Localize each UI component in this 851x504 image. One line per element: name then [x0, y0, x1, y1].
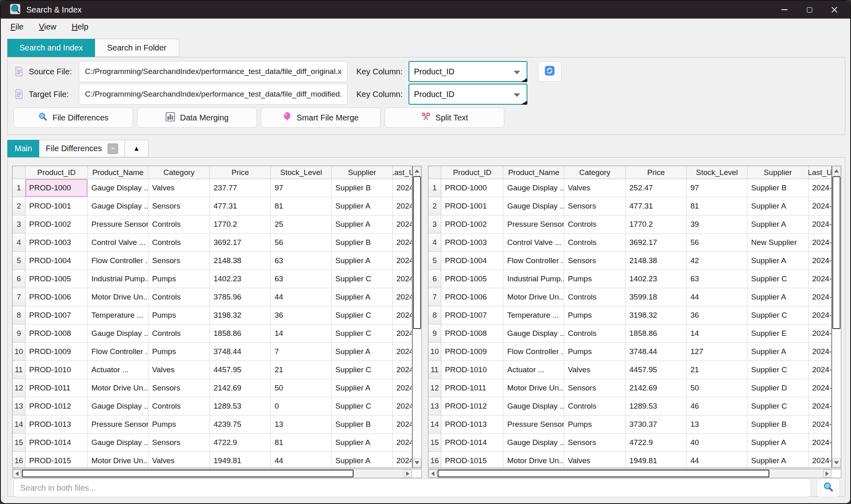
table-cell[interactable]: PROD-1010: [25, 361, 88, 379]
row-number[interactable]: 14: [428, 415, 441, 434]
split-text-button[interactable]: Split Text: [385, 108, 504, 128]
search-button[interactable]: [817, 479, 840, 497]
table-cell[interactable]: Supplier A: [332, 215, 393, 234]
table-cell[interactable]: 2024-11: [809, 179, 832, 197]
table-cell[interactable]: 3692.17: [626, 234, 687, 252]
row-number[interactable]: 5: [13, 252, 25, 270]
table-cell[interactable]: Valves: [564, 179, 626, 197]
tab-search-and-index[interactable]: Search and Index: [7, 39, 95, 57]
table-cell[interactable]: Supplier B: [747, 415, 809, 434]
table-cell[interactable]: Sensors: [564, 252, 626, 270]
table-cell[interactable]: 1858.86: [626, 325, 687, 343]
column-header[interactable]: Price: [626, 166, 687, 179]
source-key-column-select[interactable]: Product_ID: [409, 61, 527, 82]
collapse-tabs-button[interactable]: ▲: [125, 140, 148, 157]
table-cell[interactable]: Gauge Display ...: [504, 197, 564, 215]
table-cell[interactable]: Supplier A: [332, 379, 393, 397]
column-header[interactable]: Product_Name: [504, 166, 564, 179]
table-cell[interactable]: 36: [271, 306, 332, 325]
table-cell[interactable]: Motor Drive Un...: [88, 288, 148, 306]
table-cell[interactable]: Sensors: [564, 434, 626, 452]
row-number[interactable]: 15: [13, 434, 25, 452]
table-cell[interactable]: 4457.95: [626, 361, 687, 379]
table-cell[interactable]: Valves: [148, 361, 210, 379]
table-cell[interactable]: Flow Controller ...: [88, 252, 148, 270]
table-cell[interactable]: Pumps: [148, 306, 210, 325]
table-cell[interactable]: Gauge Display ...: [504, 434, 564, 452]
scrollbar-thumb[interactable]: [832, 176, 840, 329]
table-cell[interactable]: 14: [271, 325, 332, 343]
table-cell[interactable]: Supplier E: [747, 325, 809, 343]
table-cell[interactable]: 2024-07: [809, 343, 832, 361]
scroll-left-button[interactable]: [13, 470, 21, 477]
table-cell[interactable]: 2024-04: [393, 343, 412, 361]
table-cell[interactable]: Valves: [564, 452, 626, 468]
table-cell[interactable]: PROD-1000: [25, 179, 88, 197]
table-cell[interactable]: Controls: [148, 397, 210, 415]
table-cell[interactable]: 3748.44: [210, 343, 271, 361]
scroll-up-button[interactable]: [413, 167, 421, 175]
table-cell[interactable]: 1770.2: [626, 215, 687, 234]
target-vertical-scrollbar[interactable]: [832, 166, 841, 468]
table-cell[interactable]: 2024-03: [809, 270, 832, 288]
table-cell[interactable]: Sensors: [148, 197, 210, 215]
table-cell[interactable]: New Supplier: [747, 234, 809, 252]
table-cell[interactable]: 50: [687, 379, 747, 397]
table-cell[interactable]: PROD-1008: [441, 325, 504, 343]
table-cell[interactable]: 2024-04: [393, 415, 412, 434]
column-header[interactable]: Product_ID: [441, 166, 504, 179]
row-number[interactable]: 12: [428, 379, 441, 397]
table-cell[interactable]: Pumps: [148, 270, 210, 288]
row-number[interactable]: 11: [428, 361, 441, 379]
table-cell[interactable]: Controls: [148, 215, 210, 234]
column-header[interactable]: Product_Name: [88, 166, 148, 179]
table-cell[interactable]: Sensors: [564, 197, 626, 215]
table-cell[interactable]: 1402.23: [210, 270, 271, 288]
table-cell[interactable]: Supplier A: [747, 452, 809, 468]
table-cell[interactable]: 4457.95: [210, 361, 271, 379]
table-cell[interactable]: 44: [271, 288, 332, 306]
scroll-down-button[interactable]: [413, 458, 421, 467]
table-cell[interactable]: 0: [271, 397, 332, 415]
menu-help[interactable]: Help: [72, 22, 88, 32]
table-cell[interactable]: Supplier A: [332, 197, 393, 215]
scrollbar-thumb[interactable]: [438, 470, 769, 477]
close-button[interactable]: [822, 1, 847, 19]
table-cell[interactable]: 2024-06: [393, 361, 412, 379]
row-number[interactable]: 7: [13, 288, 25, 306]
table-cell[interactable]: Motor Drive Un...: [504, 452, 564, 468]
table-cell[interactable]: Supplier A: [332, 434, 393, 452]
table-cell[interactable]: PROD-1001: [25, 197, 88, 215]
column-header[interactable]: Price: [210, 166, 271, 179]
table-cell[interactable]: PROD-1003: [441, 234, 504, 252]
table-cell[interactable]: Supplier B: [747, 179, 809, 197]
row-number[interactable]: 4: [428, 234, 441, 252]
table-cell[interactable]: Supplier A: [747, 434, 809, 452]
search-input[interactable]: [13, 479, 811, 497]
table-cell[interactable]: Supplier A: [747, 288, 809, 306]
table-cell[interactable]: 81: [271, 197, 332, 215]
table-cell[interactable]: PROD-1005: [25, 270, 88, 288]
table-cell[interactable]: Supplier C: [332, 397, 393, 415]
table-cell[interactable]: 2024-03: [393, 270, 412, 288]
table-cell[interactable]: 3692.17: [210, 234, 271, 252]
column-header[interactable]: Category: [148, 166, 210, 179]
table-cell[interactable]: 477.31: [626, 197, 687, 215]
row-number[interactable]: 8: [13, 306, 25, 325]
column-header[interactable]: Category: [564, 166, 626, 179]
table-cell[interactable]: 13: [687, 415, 747, 434]
table-cell[interactable]: Controls: [564, 288, 626, 306]
table-cell[interactable]: 2024-04: [809, 452, 832, 468]
table-cell[interactable]: 25: [271, 215, 332, 234]
table-cell[interactable]: Actuator ...: [88, 361, 148, 379]
table-cell[interactable]: Controls: [564, 215, 626, 234]
table-cell[interactable]: Supplier C: [332, 361, 393, 379]
table-cell[interactable]: Control Valve ...: [88, 234, 148, 252]
table-cell[interactable]: Supplier A: [747, 252, 809, 270]
table-cell[interactable]: 40: [687, 434, 747, 452]
table-cell[interactable]: Pumps: [564, 415, 626, 434]
table-cell[interactable]: 2024-05: [393, 434, 412, 452]
row-number[interactable]: 6: [428, 270, 441, 288]
tab-close-icon[interactable]: ×: [108, 143, 118, 154]
table-cell[interactable]: 127: [687, 343, 747, 361]
